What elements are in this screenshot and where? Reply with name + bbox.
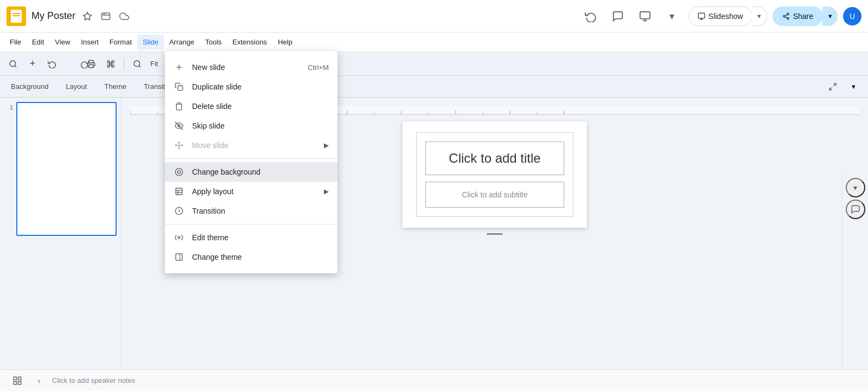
move-slide-item: Move slide ▶ [165,136,337,155]
right-panel-comment[interactable] [846,200,865,219]
present-dropdown[interactable]: ▾ [661,5,683,27]
svg-line-16 [833,84,836,86]
svg-rect-42 [178,86,183,91]
svg-rect-49 [176,188,182,195]
svg-point-8 [787,17,789,20]
bg-toolbar-theme[interactable]: Theme [100,80,130,93]
svg-line-15 [139,66,141,67]
present-button[interactable] [634,5,656,27]
bg-toolbar: Background Layout Theme Transition ▾ [0,76,868,98]
delete-slide-item[interactable]: Delete slide [165,97,337,116]
apply-layout-icon [174,186,184,197]
comments-button[interactable] [607,5,629,27]
change-background-label: Change background [192,168,260,176]
menu-item-format[interactable]: Format [104,35,137,50]
toolbar-divider-1 [124,57,124,70]
share-dropdown-button[interactable]: ▾ [822,7,838,26]
move-to-folder-button[interactable] [98,9,113,24]
menu-item-insert[interactable]: Insert [75,35,104,50]
slideshow-dropdown-button[interactable]: ▾ [752,7,767,26]
grid-view-button[interactable] [9,372,26,389]
right-panel: ▾ [842,174,868,369]
svg-rect-38 [14,381,16,384]
menu-item-view[interactable]: View [49,35,75,50]
slide-thumbnail[interactable] [16,102,117,236]
svg-point-6 [787,13,789,15]
svg-point-47 [175,168,182,175]
svg-line-12 [15,66,16,67]
edit-theme-item[interactable]: Edit theme [165,228,337,247]
skip-slide-item[interactable]: Skip slide [165,116,337,136]
undo-button[interactable] [43,55,61,73]
svg-rect-5 [698,13,705,18]
svg-point-48 [177,170,180,173]
paint-format-button[interactable] [102,55,119,73]
svg-line-10 [785,14,787,15]
collapse-panel-button[interactable]: ‹ [33,374,46,387]
menu-section-3: Edit theme Change theme [165,225,337,270]
delete-slide-label: Delete slide [192,102,232,111]
transition-item[interactable]: Transition [165,201,337,221]
apply-layout-label: Apply layout [192,187,233,196]
menu-item-file[interactable]: File [4,35,27,50]
skip-slide-icon [174,120,184,131]
expand-panel-button[interactable] [825,79,841,95]
history-button[interactable] [580,5,602,27]
toolbar: + Fit [0,52,868,76]
search-button[interactable] [4,55,22,73]
svg-rect-39 [18,381,21,384]
slide-canvas-inner: Click to add title Click to add subtitle [416,132,573,217]
menu-item-extensions[interactable]: Extensions [227,35,273,50]
slide-thumb-container: 1 [4,102,117,236]
document-title: My Poster [31,10,75,22]
star-button[interactable] [80,9,95,24]
edit-theme-icon [174,232,184,243]
speaker-notes-placeholder[interactable]: Click to add speaker notes [52,376,135,384]
right-panel-expand[interactable]: ▾ [846,178,865,197]
move-slide-arrow: ▶ [324,142,329,149]
change-theme-item[interactable]: Change theme [165,247,337,267]
title-bar: My Poster ▾ Slideshow ▾ [0,0,868,33]
slide-number: 1 [4,104,13,111]
subtitle-placeholder[interactable]: Click to add subtitle [425,182,564,208]
redo-button[interactable] [63,55,80,73]
change-background-icon [174,166,184,177]
svg-line-17 [829,87,832,90]
menu-section-1: New slide Ctrl+M Duplicate slide Delete … [165,54,337,159]
more-options-button[interactable]: ▾ [845,79,861,95]
page-indicator [487,233,503,235]
slideshow-button[interactable]: Slideshow [688,7,752,26]
slide-canvas: Click to add title Click to add subtitle [403,121,587,228]
user-avatar[interactable]: U [843,7,861,25]
new-slide-icon [174,62,184,73]
svg-line-9 [785,16,787,17]
move-slide-icon [174,140,184,151]
change-theme-label: Change theme [192,253,242,261]
menu-item-help[interactable]: Help [272,35,298,50]
delete-slide-icon [174,101,184,112]
menu-item-arrange[interactable]: Arrange [164,35,200,50]
svg-point-14 [134,61,140,67]
share-button[interactable]: Share [773,7,823,26]
menu-item-edit[interactable]: Edit [27,35,49,50]
change-theme-icon [174,252,184,262]
zoom-in-button[interactable]: + [24,55,41,73]
zoom-button[interactable] [129,55,146,73]
notes-bar: ‹ Click to add speaker notes [0,369,868,391]
bg-toolbar-layout[interactable]: Layout [61,80,91,93]
apply-layout-item[interactable]: Apply layout ▶ [165,182,337,201]
bg-toolbar-background[interactable]: Background [7,80,53,93]
menu-bar: File Edit View Insert Format Slide Arran… [0,33,868,52]
title-placeholder[interactable]: Click to add title [425,142,564,175]
change-background-item[interactable]: Change background [165,162,337,182]
svg-marker-0 [84,12,92,20]
svg-rect-1 [102,13,110,20]
cloud-save-button[interactable] [117,9,132,24]
menu-item-slide[interactable]: Slide [137,35,164,50]
new-slide-item[interactable]: New slide Ctrl+M [165,57,337,77]
transition-icon [174,206,184,216]
duplicate-slide-label: Duplicate slide [192,82,241,91]
menu-item-tools[interactable]: Tools [200,35,227,50]
duplicate-slide-item[interactable]: Duplicate slide [165,77,337,97]
transition-label: Transition [192,207,225,215]
